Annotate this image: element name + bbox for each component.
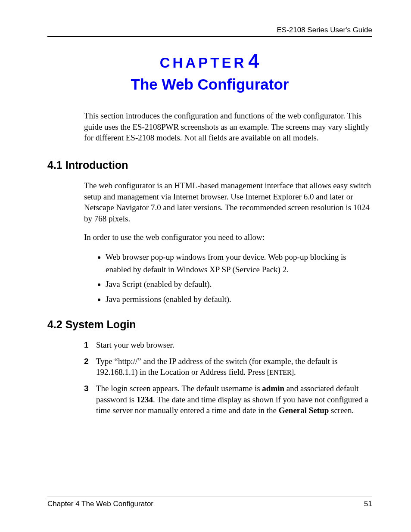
list-item: Java Script (enabled by default). <box>106 278 372 291</box>
step-text: . <box>294 367 296 376</box>
section-4-1-bullet-list: Web browser pop-up windows from your dev… <box>93 251 372 305</box>
chapter-label: CHAPTER <box>160 55 247 71</box>
page: ES-2108 Series User's Guide CHAPTER 4 Th… <box>0 0 411 532</box>
default-password: 1234 <box>137 395 153 404</box>
section-4-2-heading: 4.2 System Login <box>47 318 372 331</box>
page-number: 51 <box>364 500 372 508</box>
chapter-number: 4 <box>248 50 260 72</box>
chapter-label-line: CHAPTER 4 <box>47 50 372 72</box>
guide-title: ES-2108 Series User's Guide <box>277 26 372 34</box>
step-text: Start your web browser. <box>96 340 174 349</box>
section-4-1-para-2: In order to use the web configurator you… <box>84 232 372 243</box>
section-4-1-para-1: The web configurator is an HTML-based ma… <box>84 180 372 224</box>
step-2: Type “http://” and the IP address of the… <box>84 356 372 378</box>
chapter-intro-paragraph: This section introduces the configuratio… <box>84 110 372 143</box>
default-username: admin <box>262 384 284 393</box>
footer-chapter-label: Chapter 4 The Web Configurator <box>47 500 153 508</box>
list-item: Web browser pop-up windows from your dev… <box>106 251 372 276</box>
chapter-title: The Web Configurator <box>47 76 372 93</box>
section-4-1-heading: 4.1 Introduction <box>47 159 372 171</box>
list-item: Java permissions (enabled by default). <box>106 293 372 306</box>
page-footer: Chapter 4 The Web Configurator 51 <box>47 497 372 508</box>
step-text: The login screen appears. The default us… <box>96 384 262 393</box>
enter-key-label: [ENTER] <box>267 369 294 376</box>
general-setup-screen-name: General Setup <box>279 406 329 415</box>
section-4-2-steps: Start your web browser. Type “http://” a… <box>84 339 372 416</box>
step-3: The login screen appears. The default us… <box>84 383 372 416</box>
chapter-heading-block: CHAPTER 4 The Web Configurator <box>47 50 372 93</box>
step-text: screen. <box>329 406 354 415</box>
step-text: Type “http://” and the IP address of the… <box>96 357 337 377</box>
page-header: ES-2108 Series User's Guide <box>47 26 372 37</box>
step-1: Start your web browser. <box>84 339 372 351</box>
